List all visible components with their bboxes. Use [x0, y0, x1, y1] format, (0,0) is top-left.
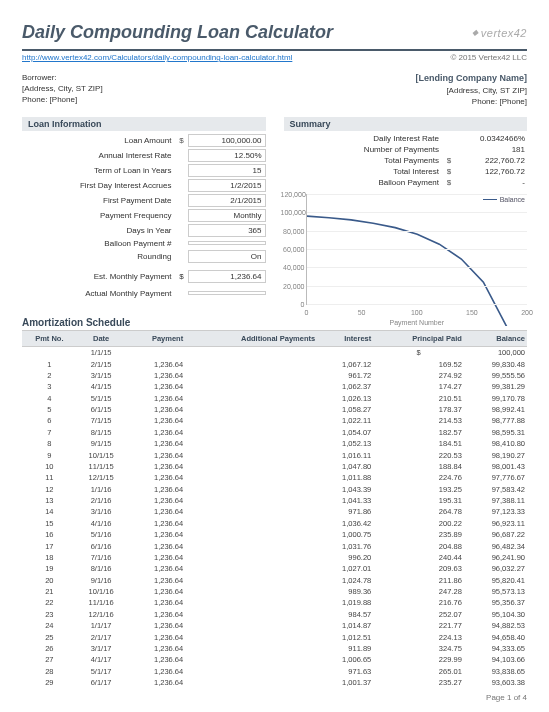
table-row: 2312/1/161,236.64984.57252.0795,104.30	[22, 609, 527, 620]
table-row: 165/1/161,236.641,000.75235.8996,687.22	[22, 529, 527, 540]
table-header: Date	[77, 330, 126, 346]
summary-title: Summary	[284, 117, 528, 131]
loan-field-value[interactable]: 100,000.00	[188, 134, 266, 147]
loan-field-value[interactable]: 365	[188, 224, 266, 237]
summary-field-label: Total Interest	[284, 167, 444, 176]
table-header: Interest	[317, 330, 373, 346]
table-row: 1112/1/151,236.641,011.88224.7697,776.67	[22, 472, 527, 483]
table-row: 34/1/151,236.641,062.37174.2799,381.29	[22, 381, 527, 392]
table-row: 198/1/161,236.641,027.01209.6396,032.27	[22, 563, 527, 574]
table-row: 78/1/151,236.641,054.07182.5798,595.31	[22, 427, 527, 438]
actual-payment-input[interactable]	[188, 291, 266, 295]
table-header: Additional Payments	[185, 330, 317, 346]
summary-field-label: Total Payments	[284, 156, 444, 165]
loan-field-label: First Day Interest Accrues	[22, 181, 176, 190]
table-row: 187/1/161,236.64996.20240.4496,241.90	[22, 552, 527, 563]
table-row: 56/1/151,236.641,058.27178.3798,992.41	[22, 404, 527, 415]
table-row: 67/1/151,236.641,022.11214.5398,777.88	[22, 415, 527, 426]
page-footer: Page 1 of 4	[486, 693, 527, 702]
summary-field-label: Number of Payments	[284, 145, 444, 154]
loan-field-label: Days in Year	[22, 226, 176, 235]
loan-field-label: Payment Frequency	[22, 211, 176, 220]
loan-field-label: Term of Loan in Years	[22, 166, 176, 175]
table-header: Balance	[464, 330, 527, 346]
balance-chart: Balance Payment Number 020,00040,00060,0…	[306, 194, 528, 305]
table-row: 154/1/161,236.641,036.42200.2296,923.11	[22, 518, 527, 529]
table-header: Principal Paid	[373, 330, 464, 346]
loan-field-value[interactable]	[188, 241, 266, 245]
table-row: 252/1/171,236.641,012.51224.1394,658.40	[22, 631, 527, 642]
summary-field-label: Daily Interest Rate	[284, 134, 444, 143]
loan-field-value[interactable]: 2/1/2015	[188, 194, 266, 207]
summary-field-value: -	[455, 178, 527, 187]
source-link[interactable]: http://www.vertex42.com/Calculators/dail…	[22, 53, 292, 62]
table-row: 274/1/171,236.641,006.65229.9994,103.66	[22, 654, 527, 665]
table-row: 176/1/161,236.641,031.76204.8896,482.34	[22, 540, 527, 551]
est-payment-label: Est. Monthly Payment	[22, 272, 176, 281]
table-row: 121/1/161,236.641,043.39193.2597,583.42	[22, 483, 527, 494]
summary-field-value: 122,760.72	[455, 167, 527, 176]
loan-field-value[interactable]: 12.50%	[188, 149, 266, 162]
table-row: 2110/1/161,236.64989.36247.2895,573.13	[22, 586, 527, 597]
table-row: 2211/1/161,236.641,019.88216.7695,356.37	[22, 597, 527, 608]
loan-field-label: Annual Interest Rate	[22, 151, 176, 160]
loan-field-label: Balloon Payment #	[22, 239, 176, 248]
table-row: 23/1/151,236.64961.72274.9299,555.56	[22, 370, 527, 381]
est-payment-value: 1,236.64	[188, 270, 266, 283]
table-header: Payment	[126, 330, 186, 346]
table-row: 209/1/161,236.641,024.78211.8695,820.41	[22, 574, 527, 585]
loan-field-label: Loan Amount	[22, 136, 176, 145]
lender-block: [Lending Company Name] [Address, City, S…	[415, 72, 527, 107]
summary-field-value: 222,760.72	[455, 156, 527, 165]
copyright-text: © 2015 Vertex42 LLC	[450, 53, 527, 62]
loan-field-label: First Payment Date	[22, 196, 176, 205]
table-row: 241/1/171,236.641,014.87221.7794,882.53	[22, 620, 527, 631]
vertex42-logo: ◆vertex42	[472, 27, 527, 39]
loan-info-title: Loan Information	[22, 117, 266, 131]
table-row: 143/1/161,236.64971.86264.7897,123.33	[22, 506, 527, 517]
table-row: 89/1/151,236.641,052.13184.5198,410.80	[22, 438, 527, 449]
summary-field-label: Balloon Payment	[284, 178, 444, 187]
loan-field-value[interactable]: 15	[188, 164, 266, 177]
table-row: 263/1/171,236.64911.89324.7594,333.65	[22, 643, 527, 654]
summary-field-value: 0.0342466%	[455, 134, 527, 143]
table-row: 12/1/151,236.641,067.12169.5299,830.48	[22, 358, 527, 369]
borrower-block: Borrower: [Address, City, ST ZIP] Phone:…	[22, 72, 103, 107]
table-row: 1011/1/151,236.641,047.80188.8498,001.43	[22, 461, 527, 472]
table-row: 910/1/151,236.641,016.11220.5398,190.27	[22, 449, 527, 460]
table-row: 45/1/151,236.641,026.13210.5199,170.78	[22, 392, 527, 403]
amortization-table: Pmt No.DatePaymentAdditional PaymentsInt…	[22, 330, 527, 688]
table-row: 296/1/171,236.641,001.37235.2793,603.38	[22, 677, 527, 688]
summary-panel: Summary Daily Interest Rate 0.0342466%Nu…	[284, 117, 528, 305]
loan-field-value[interactable]: 1/2/2015	[188, 179, 266, 192]
loan-field-label: Rounding	[22, 252, 176, 261]
table-row: 132/1/161,236.641,041.33195.3197,388.11	[22, 495, 527, 506]
table-row: 285/1/171,236.64971.63265.0193,838.65	[22, 665, 527, 676]
table-header: Pmt No.	[22, 330, 77, 346]
summary-field-value: 181	[455, 145, 527, 154]
actual-payment-label: Actual Monthly Payment	[22, 289, 176, 298]
page-title: Daily Compounding Loan Calculator	[22, 22, 333, 43]
loan-field-value[interactable]: Monthly	[188, 209, 266, 222]
loan-info-panel: Loan Information Loan Amount $ 100,000.0…	[22, 117, 266, 305]
loan-field-value[interactable]: On	[188, 250, 266, 263]
